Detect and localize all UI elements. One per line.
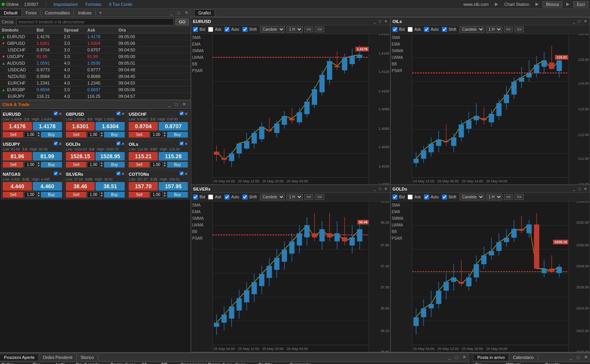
indicator-psar[interactable]: PSAR bbox=[392, 236, 411, 240]
ct-sell-button[interactable]: Sell bbox=[66, 162, 87, 168]
br-close[interactable]: ✕ bbox=[582, 355, 590, 360]
bid-checkbox[interactable] bbox=[193, 194, 198, 200]
ct-close-icon[interactable]: ✕ bbox=[58, 111, 62, 117]
ct-close-icon[interactable]: ✕ bbox=[58, 171, 62, 177]
ct-close-icon[interactable]: ✕ bbox=[184, 111, 188, 117]
minimize-button[interactable]: _ bbox=[168, 11, 175, 15]
ct-checkbox[interactable] bbox=[54, 141, 58, 145]
timeframe-select[interactable]: 1 H4 H1 D bbox=[286, 26, 303, 33]
nav-next[interactable]: >> bbox=[514, 194, 524, 200]
ct-sell-button[interactable]: Sell bbox=[66, 132, 87, 138]
tab-posizioni-aperte[interactable]: Posizioni Aperte bbox=[0, 354, 39, 360]
chart-canvas[interactable]: 38.46 bbox=[213, 201, 369, 345]
bid-checkbox[interactable] bbox=[392, 27, 397, 32]
chart-maximize[interactable]: □ bbox=[577, 19, 582, 23]
bottom-close[interactable]: ✕ bbox=[460, 355, 468, 360]
indicator-sma[interactable]: SMA bbox=[192, 203, 212, 207]
ct-buy-button[interactable]: Buy bbox=[41, 192, 62, 198]
watchlist-row[interactable]: EURCHF 1.2341 4.0 1.2345 09:04:55 bbox=[0, 80, 191, 87]
watchlist-row[interactable]: USDCHF 0.8704 3.0 0.8707 09:04:50 bbox=[0, 47, 191, 53]
ct-checkbox[interactable] bbox=[180, 171, 184, 175]
ct-lot-field[interactable] bbox=[150, 192, 163, 198]
shift-checkbox[interactable] bbox=[242, 27, 247, 32]
watchlist-row[interactable]: ▲ EURGBP 0.8694 3.0 0.8697 09:05:06 bbox=[0, 87, 191, 93]
shift-checkbox[interactable] bbox=[442, 194, 447, 200]
indicator-lwma[interactable]: LWMA bbox=[392, 55, 411, 60]
indicator-ema[interactable]: EMA bbox=[392, 210, 411, 214]
ct-lot-field[interactable] bbox=[24, 132, 37, 138]
chart-type-select[interactable]: CandeleBarreLinea bbox=[459, 26, 484, 33]
blocca-button[interactable]: Blocca bbox=[542, 1, 562, 7]
chart-canvas[interactable]: 1.4176 bbox=[213, 34, 369, 177]
timeframe-select[interactable]: 1 H4 H1 D bbox=[286, 194, 303, 200]
ct-sell-button[interactable]: Sell bbox=[3, 162, 23, 168]
bottom-maximize[interactable]: □ bbox=[453, 355, 460, 360]
ct-checkbox[interactable] bbox=[117, 111, 120, 115]
chart-maximize[interactable]: □ bbox=[577, 187, 582, 191]
chart-minimize[interactable]: _ bbox=[572, 187, 576, 191]
ct-close-icon[interactable]: ✕ bbox=[184, 141, 188, 147]
ct-lot-down[interactable]: ▼ bbox=[100, 194, 103, 198]
ct-lot-field[interactable] bbox=[24, 162, 37, 168]
ask-checkbox[interactable] bbox=[408, 194, 413, 200]
chart-type-select[interactable]: CandeleBarreLinea bbox=[260, 26, 285, 33]
chart-type-select[interactable]: CandeleBarreLinea bbox=[459, 194, 484, 200]
tab-default[interactable]: Default bbox=[0, 10, 22, 16]
bid-checkbox[interactable] bbox=[392, 194, 397, 200]
ask-checkbox[interactable] bbox=[208, 194, 213, 200]
indicator-bb[interactable]: BB bbox=[392, 230, 411, 234]
bid-checkbox[interactable] bbox=[193, 27, 198, 32]
ct-close-button[interactable]: ✕ bbox=[180, 102, 188, 107]
bottom-minimize[interactable]: _ bbox=[446, 355, 453, 360]
ct-sell-button[interactable]: Sell bbox=[3, 192, 23, 198]
tuo-conto-link[interactable]: Il Tuo Conto bbox=[107, 2, 134, 7]
chart-canvas[interactable]: 1528.15 bbox=[412, 201, 568, 345]
timeframe-select[interactable]: 1 H4 H1 D bbox=[486, 194, 502, 200]
close-button[interactable]: ✕ bbox=[182, 10, 191, 15]
ct-close-icon[interactable]: ✕ bbox=[184, 171, 188, 177]
indicator-lwma[interactable]: LWMA bbox=[192, 223, 212, 227]
indicator-psar[interactable]: PSAR bbox=[192, 236, 212, 240]
watchlist-row[interactable]: USDCAD 0.9773 4.0 0.9777 09:04:48 bbox=[0, 67, 191, 73]
search-input[interactable] bbox=[16, 18, 173, 25]
indicator-ema[interactable]: EMA bbox=[392, 42, 411, 46]
ct-buy-button[interactable]: Buy bbox=[104, 192, 125, 198]
impostazioni-link[interactable]: Impostazioni bbox=[51, 2, 80, 7]
ct-buy-button[interactable]: Buy bbox=[104, 162, 125, 168]
indicator-lwma[interactable]: LWMA bbox=[392, 223, 411, 227]
chart-minimize[interactable]: _ bbox=[372, 19, 377, 23]
ask-checkbox[interactable] bbox=[408, 27, 413, 32]
ct-lot-field[interactable] bbox=[24, 192, 37, 198]
ct-lot-field[interactable] bbox=[150, 132, 163, 138]
indicator-smma[interactable]: SMMA bbox=[192, 216, 212, 221]
chart-canvas[interactable]: 115.21 bbox=[412, 34, 568, 177]
nav-prev[interactable]: << bbox=[304, 27, 314, 32]
ct-lot-down[interactable]: ▼ bbox=[100, 164, 103, 168]
indicator-sma[interactable]: SMA bbox=[192, 35, 212, 40]
ct-checkbox[interactable] bbox=[117, 171, 120, 175]
indicator-sma[interactable]: SMA bbox=[392, 203, 411, 207]
ct-close-icon[interactable]: ✕ bbox=[121, 171, 125, 177]
ct-sell-button[interactable]: Sell bbox=[3, 132, 23, 138]
ct-lot-down[interactable]: ▼ bbox=[163, 194, 166, 198]
ct-lot-down[interactable]: ▼ bbox=[37, 134, 40, 138]
ct-close-icon[interactable]: ✕ bbox=[121, 141, 125, 147]
ct-lot-field[interactable] bbox=[150, 162, 163, 168]
ct-checkbox[interactable] bbox=[180, 111, 184, 115]
nav-prev[interactable]: << bbox=[304, 194, 314, 200]
ct-checkbox[interactable] bbox=[180, 141, 184, 145]
chart-minimize[interactable]: _ bbox=[572, 19, 576, 23]
chart-close[interactable]: ✕ bbox=[583, 19, 588, 23]
watchlist-row[interactable]: EURJPY 116.21 4.0 116.25 09:04:57 bbox=[0, 93, 191, 100]
tab-commodities[interactable]: Commodities bbox=[41, 10, 74, 16]
watchlist-row[interactable]: ▲ EURUSD 1.4176 2.0 1.4178 09:05:05 bbox=[0, 34, 191, 40]
ct-buy-button[interactable]: Buy bbox=[104, 132, 125, 138]
bottom-scrollbar[interactable] bbox=[468, 353, 473, 364]
indicator-smma[interactable]: SMMA bbox=[392, 49, 411, 53]
ct-buy-button[interactable]: Buy bbox=[167, 192, 188, 198]
ct-checkbox[interactable] bbox=[54, 171, 58, 175]
formato-link[interactable]: Formato bbox=[83, 2, 104, 7]
chart-maximize[interactable]: □ bbox=[378, 19, 382, 23]
ct-sell-button[interactable]: Sell bbox=[129, 162, 149, 168]
shift-checkbox[interactable] bbox=[242, 194, 247, 200]
